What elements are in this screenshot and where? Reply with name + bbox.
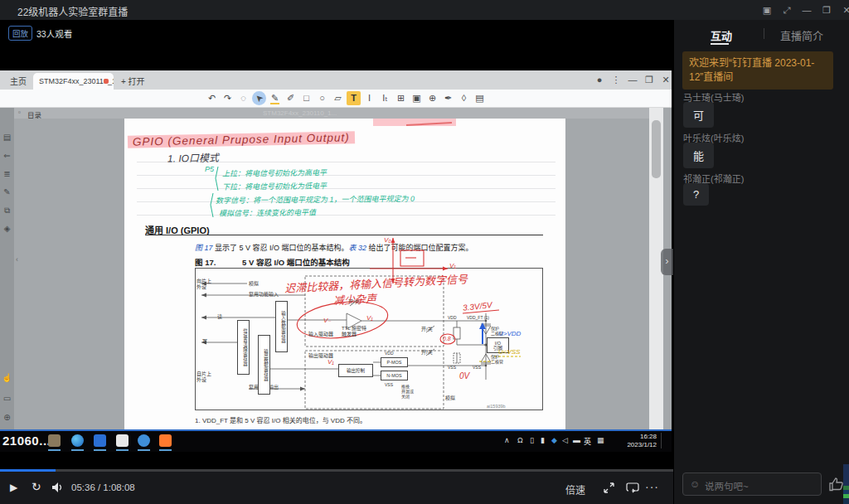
pdf-maximize-button[interactable]: ❐	[643, 73, 656, 86]
more-options-button[interactable]: ···	[645, 480, 659, 493]
diagram-label: VSS	[385, 382, 393, 387]
toc-header-bar[interactable]: ▫ 目录 STM32F4xx_230110_1...	[14, 108, 663, 119]
redo-icon[interactable]: ↷	[221, 91, 235, 105]
zoom-icon[interactable]: ⊕	[1, 411, 13, 424]
hand-tool-icon[interactable]: ☝	[1, 371, 13, 384]
handwritten-red-annotation: V₁	[366, 314, 373, 322]
textbox-icon[interactable]: ⊞	[394, 91, 408, 105]
cross-reference-link[interactable]: 表 32	[349, 244, 367, 252]
side-panel-icon[interactable]: ▤	[473, 91, 487, 105]
handwritten-green-note: 上拉：将电信号初始化为高电平	[222, 167, 327, 178]
pdf-close-button[interactable]: ✕	[659, 73, 672, 86]
chat-message-bubble: 能	[683, 143, 714, 168]
chat-input-placeholder: 说两句吧~	[705, 479, 749, 492]
reload-icon[interactable]: ↻	[32, 480, 41, 493]
text-tool-icon[interactable]: I	[362, 91, 376, 105]
pdf-annotation-toolbar: ↶↷◌➤✎✐□○▱TIIₜ⊞▣⊕✒◊▤	[0, 90, 672, 108]
resize-window-icon[interactable]: ⤢	[779, 3, 794, 17]
pdf-minimize-button[interactable]: —	[626, 73, 639, 86]
pdf-page: GPIO (General Prupose Input Output) 1. I…	[124, 119, 565, 429]
highlight-text-icon[interactable]: T	[347, 91, 361, 105]
annotation-list-icon[interactable]: ✎	[1, 186, 13, 198]
diagram-label: 开/关	[421, 350, 433, 356]
eraser-icon[interactable]: ◊	[457, 91, 471, 105]
ruled-line	[137, 175, 555, 176]
diagram-label: VDD_FT (1)	[467, 315, 489, 320]
video-player-area[interactable]: 回放 33人观看 主页 STM32F4xx_230110_1... + 打开 ●…	[0, 20, 673, 504]
fullscreen-icon[interactable]	[603, 482, 615, 497]
block-box: 输出控制	[338, 364, 373, 377]
handwritten-green-note: 数字信号：将一个范围电平规定为 1，一个范围电平规定为 0	[216, 193, 415, 206]
tray-bluetooth-icon[interactable]: ◆	[551, 436, 557, 444]
bookmark-icon[interactable]: ⇐	[1, 149, 13, 162]
pdf-home-tab[interactable]: 主页	[10, 75, 27, 87]
emoji-icon[interactable]: ☺	[690, 478, 700, 490]
pdf-scrollbar-thumb[interactable]	[652, 120, 661, 178]
signature-icon[interactable]: ✒	[441, 91, 455, 105]
tray-expand-icon[interactable]: ∧	[504, 436, 510, 444]
unsaved-dot-icon	[104, 79, 109, 84]
taskbar-app3-icon[interactable]	[116, 434, 129, 447]
close-button[interactable]: ✕	[839, 3, 849, 17]
running-indicator	[71, 449, 84, 451]
thumbnail-icon[interactable]: ≣	[1, 167, 13, 180]
pdf-document-area[interactable]: GPIO (General Prupose Input Output) 1. I…	[14, 119, 663, 429]
lasso-icon[interactable]: ◌	[236, 91, 250, 105]
chat-input[interactable]: ☺ 说两句吧~	[682, 472, 822, 496]
tray-network-icon[interactable]: ▬	[573, 436, 580, 444]
tray-volume-icon[interactable]: ◁	[562, 436, 568, 444]
tab-interaction[interactable]: 互动	[711, 27, 732, 43]
wps-icon[interactable]	[159, 434, 172, 447]
qq-icon[interactable]	[138, 434, 150, 447]
menu-icon[interactable]: ⋮	[609, 73, 623, 86]
maximize-button[interactable]: ❐	[819, 3, 834, 17]
panel-expand-handle[interactable]: ›	[661, 249, 673, 275]
tray-battery-icon[interactable]: ▮	[541, 436, 545, 444]
window-titlebar: 22级机器人实验室群直播 ▣⤢—❐✕	[0, 0, 849, 20]
toc-panel-icon[interactable]: ▤	[1, 131, 13, 143]
show-desktop-button[interactable]	[661, 433, 670, 448]
taskbar-app2-icon[interactable]	[94, 434, 106, 447]
panel-collapse-icon[interactable]: ‹	[16, 255, 18, 264]
page-organize-icon[interactable]: ⧉	[1, 204, 13, 216]
undo-icon[interactable]: ↶	[205, 91, 219, 105]
paragraph-text: 给出了可能的端口位配置方案。	[366, 244, 473, 252]
taskbar-clock[interactable]: 16:282023/1/12	[614, 433, 657, 448]
diagram-label: 模拟	[249, 281, 259, 287]
mirror-cast-icon[interactable]	[626, 482, 639, 497]
tab-live-intro[interactable]: 直播简介	[780, 27, 823, 43]
rectangle-icon[interactable]: □	[299, 91, 313, 105]
pdf-document-tab[interactable]: STM32F4xx_230110_1...	[33, 73, 114, 90]
taskbar-app1-icon[interactable]	[48, 434, 61, 447]
play-button[interactable]: ▶	[10, 482, 17, 493]
volume-icon[interactable]	[51, 482, 65, 497]
pencil-icon[interactable]: ✎	[268, 91, 282, 105]
tag-icon[interactable]: ◈	[1, 222, 13, 235]
figure-title: 5 V 容忍 I/O 端口位的基本结构	[242, 256, 350, 268]
cross-reference-link[interactable]: 图 17	[195, 244, 213, 252]
like-button[interactable]	[828, 476, 845, 492]
ime-indicator[interactable]: 英	[584, 436, 591, 447]
body-paragraph: 图 17 显示了 5 V 容忍 I/O 端口位的基本结构。表 32 给出了可能的…	[195, 242, 473, 253]
image-stamp-icon[interactable]: ▣	[410, 91, 424, 105]
pdf-open-tab[interactable]: + 打开	[121, 75, 145, 87]
tray-keyboard-icon[interactable]: ▦	[597, 436, 604, 444]
tray-headset-icon[interactable]: Ω	[517, 436, 523, 444]
tray-usb-icon[interactable]: ▯	[530, 436, 534, 444]
diagram-label: 推挽 开漏或 关闭	[401, 384, 414, 399]
link-icon[interactable]: ⊕	[425, 91, 439, 105]
select-cursor-icon[interactable]: ➤	[252, 91, 266, 105]
ellipse-icon[interactable]: ○	[315, 91, 329, 105]
running-indicator	[94, 449, 106, 451]
popup-window-icon[interactable]: ▣	[759, 3, 774, 17]
polygon-icon[interactable]: ▱	[331, 91, 345, 105]
active-tab-underline	[711, 43, 729, 45]
minimize-button[interactable]: —	[799, 3, 814, 17]
pen-icon[interactable]: ✐	[284, 91, 298, 105]
text-select-icon[interactable]: Iₜ	[378, 91, 392, 105]
fit-screen-icon[interactable]: ▭	[1, 392, 13, 405]
edge-browser-icon[interactable]	[71, 434, 84, 447]
account-icon[interactable]: ●	[593, 73, 606, 86]
sticker-image	[843, 464, 849, 504]
playback-speed-button[interactable]: 倍速	[565, 482, 585, 497]
